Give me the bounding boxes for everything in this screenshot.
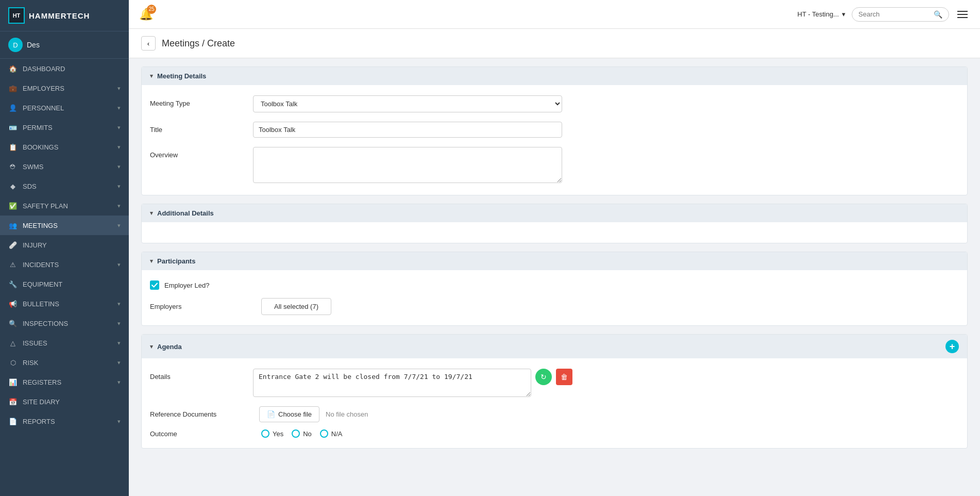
chevron-icon: ▾ [117,301,121,307]
bulletins-icon: 📢 [8,299,18,308]
sidebar-item-inspections[interactable]: 🔍INSPECTIONS ▾ [0,313,129,333]
reports-icon: 📄 [8,417,18,426]
title-label: Title [150,122,253,134]
outcome-row: Outcome Yes No N/A [150,429,959,438]
sidebar-item-bulletins[interactable]: 📢BULLETINS ▾ [0,294,129,313]
sidebar-item-bookings[interactable]: 📋BOOKINGS ▾ [0,137,129,157]
topbar: 🔔 25 HT - Testing... ▾ 🔍 [129,0,980,29]
meeting-details-label: Meeting Details [157,72,206,80]
section-chevron-icon: ▾ [150,210,153,217]
dashboard-icon: 🏠 [8,64,18,73]
hamburger-menu-button[interactable] [955,9,970,20]
sidebar-item-label: SWMS [23,163,43,171]
meeting-type-row: Meeting Type Toolbox Talk Safety Meeting… [150,95,959,112]
bookings-icon: 📋 [8,142,18,152]
agenda-label: Agenda [157,343,182,351]
sidebar-item-label: BULLETINS [23,300,59,308]
notification-button[interactable]: 🔔 25 [139,8,153,21]
choose-file-label: Choose file [278,410,312,418]
menu-line [957,14,968,15]
sidebar-item-issues[interactable]: △ISSUES ▾ [0,333,129,353]
sidebar-item-label: REGISTERS [23,378,61,386]
additional-details-section: ▾ Additional Details [141,204,968,243]
overview-textarea[interactable] [253,147,562,183]
employer-led-checkbox[interactable] [150,280,159,290]
additional-details-label: Additional Details [157,209,214,217]
sidebar-item-label: SITE DIARY [23,398,60,406]
sidebar-item-label: BOOKINGS [23,143,58,151]
section-chevron-icon: ▾ [150,343,153,350]
title-input[interactable] [253,122,562,138]
sidebar-item-label: MEETINGS [23,222,58,229]
sidebar-item-risk[interactable]: ⬡RISK ▾ [0,353,129,372]
sidebar-item-label: EQUIPMENT [23,280,62,288]
participants-section: ▾ Participants Employer Led? Employers [141,252,968,326]
sidebar-item-employers[interactable]: 💼EMPLOYERS ▾ [0,78,129,98]
sidebar-logo: HT HAMMERTECH [0,0,129,31]
details-textarea[interactable]: Entrance Gate 2 will be closed from 7/7/… [253,369,531,397]
outcome-na-label: N/A [331,430,343,438]
sidebar-item-swms[interactable]: ⛑SWMS ▾ [0,157,129,176]
sidebar-item-reports[interactable]: 📄REPORTS ▾ [0,411,129,431]
choose-file-button[interactable]: 📄 Choose file [259,406,319,422]
user-name: Des [27,41,40,49]
sidebar-item-sds[interactable]: ◆SDS ▾ [0,176,129,196]
refresh-button[interactable]: ↻ [535,369,552,385]
risk-icon: ⬡ [8,358,18,367]
sidebar-item-label: REPORTS [23,418,55,425]
menu-line [957,11,968,12]
sidebar-user[interactable]: D Des [0,31,129,59]
chevron-icon: ▾ [117,418,121,425]
sidebar-item-label: PERSONNEL [23,104,64,112]
sidebar-item-site-diary[interactable]: 📅SITE DIARY [0,392,129,411]
sidebar-item-equipment[interactable]: 🔧EQUIPMENT [0,274,129,294]
no-file-text: No file chosen [326,410,368,418]
sidebar-item-personnel[interactable]: 👤PERSONNEL ▾ [0,98,129,118]
outcome-na-option[interactable]: N/A [320,429,343,438]
participants-header[interactable]: ▾ Participants [142,252,967,270]
agenda-header[interactable]: ▾ Agenda + [142,335,967,358]
sidebar-item-registers[interactable]: 📊REGISTERS ▾ [0,372,129,392]
employer-led-row: Employer Led? [150,280,959,290]
workspace-chevron-icon: ▾ [842,10,846,18]
sidebar-item-incidents[interactable]: ⚠INCIDENTS ▾ [0,255,129,274]
safety-plan-icon: ✅ [8,201,18,210]
search-box[interactable]: 🔍 [852,7,949,22]
incidents-icon: ⚠ [8,260,18,269]
additional-details-header[interactable]: ▾ Additional Details [142,204,967,222]
sidebar-item-injury[interactable]: 🩹INJURY [0,235,129,255]
outcome-yes-option[interactable]: Yes [261,429,283,438]
workspace-selector[interactable]: HT - Testing... ▾ [798,10,846,18]
add-agenda-button[interactable]: + [945,340,959,353]
sidebar-item-meetings[interactable]: 👥MEETINGS ▾ [0,216,129,235]
meeting-details-section: ▾ Meeting Details Meeting Type Toolbox T… [141,67,968,195]
back-button[interactable]: ‹ [141,36,156,51]
delete-button[interactable]: 🗑 [556,369,572,385]
sidebar-item-permits[interactable]: 🪪PERMITS ▾ [0,118,129,137]
search-input[interactable] [858,10,931,18]
meeting-details-header[interactable]: ▾ Meeting Details [142,67,967,85]
meetings-icon: 👥 [8,221,18,230]
chevron-icon: ▾ [117,124,121,131]
employers-icon: 💼 [8,84,18,93]
sidebar-item-label: INSPECTIONS [23,320,68,327]
sidebar-item-dashboard[interactable]: 🏠DASHBOARD [0,59,129,78]
search-icon: 🔍 [934,10,942,19]
sidebar-item-safety-plan[interactable]: ✅SAFETY PLAN ▾ [0,196,129,216]
file-icon: 📄 [267,410,275,418]
meeting-type-select[interactable]: Toolbox Talk Safety Meeting General Meet… [253,95,562,112]
reference-documents-row: Reference Documents 📄 Choose file No fil… [150,406,959,422]
chevron-icon: ▾ [117,144,121,151]
menu-line [957,17,968,18]
notification-badge: 25 [147,5,156,14]
checkmark-icon [151,283,158,288]
outcome-no-option[interactable]: No [292,429,312,438]
outcome-no-label: No [303,430,312,438]
radio-circle-icon [261,429,269,438]
permits-icon: 🪪 [8,123,18,132]
title-row: Title [150,122,959,138]
back-arrow-icon: ‹ [147,40,149,47]
sidebar-item-label: DASHBOARD [23,65,65,73]
employers-all-selected-button[interactable]: All selected (7) [261,298,331,315]
user-avatar: D [8,38,23,52]
